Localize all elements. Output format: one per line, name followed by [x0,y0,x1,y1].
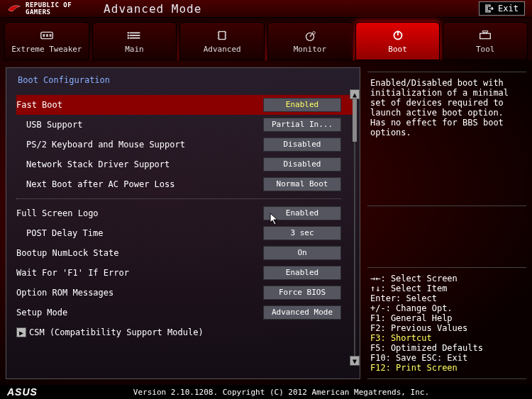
setting-row[interactable]: Wait For 'F1' If ErrorEnabled [16,263,354,283]
help-key-line: F1: General Help [370,313,523,323]
extreme-tweaker-icon [39,29,55,42]
setting-label-text: Full Screen Logo [16,208,99,218]
setting-value[interactable]: Partial In... [263,118,341,132]
setting-row[interactable]: Option ROM MessagesForce BIOS [16,283,354,303]
setting-value[interactable]: Enabled [263,206,341,220]
setting-label: ▶CSM (Compatibility Support Module) [16,327,354,337]
scroll-up-button[interactable]: ▲ [350,89,360,99]
help-key-line: F10: Save ESC: Exit [370,353,523,363]
setting-value[interactable]: Disabled [263,137,341,152]
mode-title: Advanced Mode [104,2,201,16]
tab-main[interactable]: Main [92,22,177,60]
help-key-line: +/-: Change Opt. [370,303,523,313]
asus-logo: ASUS [7,386,38,398]
scroll-down-button[interactable]: ▼ [350,356,360,366]
tab-extreme-tweaker[interactable]: Extreme Tweaker [4,22,89,60]
help-panel: Enabled/Disabled boot with initializatio… [367,67,526,379]
setting-row[interactable]: Full Screen LogoEnabled [16,203,354,223]
rog-eye-icon [7,4,21,13]
help-key-line: F2: Previous Values [370,323,523,333]
setting-label: Next Boot after AC Power Loss [16,179,259,189]
tab-label: Monitor [294,45,326,54]
setting-row[interactable]: Fast BootEnabled [16,95,354,115]
panel-title: Boot Configuration [18,75,354,85]
setting-row[interactable]: Network Stack Driver SupportDisabled [16,154,354,174]
footer: ASUS Version 2.10.1208. Copyright (C) 20… [0,385,532,399]
setting-label-text: Setup Mode [16,308,67,317]
setting-value[interactable]: Advanced Mode [263,305,341,320]
setting-value[interactable]: Enabled [263,98,341,112]
setting-label: PS/2 Keyboard and Mouse Support [16,140,259,150]
setting-row[interactable]: POST Delay Time3 sec [16,223,354,243]
svg-rect-25 [483,30,488,32]
setting-label: POST Delay Time [16,228,259,238]
tab-tool[interactable]: Tool [443,22,528,60]
svg-rect-10 [219,31,226,39]
help-key-line: →←: Select Screen [370,274,523,283]
setting-label: Bootup NumLock State [16,248,259,258]
tab-monitor[interactable]: Monitor [267,22,353,60]
setting-label: Setup Mode [16,308,259,317]
setting-label-text: PS/2 Keyboard and Mouse Support [26,140,185,150]
setting-row[interactable]: Next Boot after AC Power LossNormal Boot [16,174,354,194]
exit-button[interactable]: Exit [479,1,525,16]
tab-label: Extreme Tweaker [11,45,82,54]
main-wrap: Boot Configuration Fast BootEnabledUSB S… [0,60,532,385]
settings-panel: Boot Configuration Fast BootEnabledUSB S… [6,67,360,379]
scrollbar: ▲ ▼ [350,89,360,366]
exit-icon [485,4,494,13]
tab-bar: Extreme Tweaker Main Advanced Monitor Bo… [0,18,532,60]
svg-rect-22 [480,33,491,38]
help-key-line: F3: Shortcut [370,333,523,343]
setting-label-text: Bootup NumLock State [16,248,119,258]
setting-value[interactable]: 3 sec [263,226,341,240]
tool-icon [477,29,493,42]
svg-rect-2 [46,34,48,37]
setting-label-text: Option ROM Messages [16,288,113,298]
brand-line-2: GAMERS [26,9,72,16]
tab-advanced[interactable]: Advanced [179,22,265,60]
setting-row[interactable]: Bootup NumLock StateOn [16,243,354,263]
svg-point-8 [127,34,129,36]
advanced-icon [214,29,230,42]
top-bar: REPUBLIC OF GAMERS Advanced Mode Exit [0,0,532,18]
brand-line-1: REPUBLIC OF [26,1,72,9]
exit-label: Exit [498,4,519,13]
help-key-line: F5: Optimized Defaults [370,343,523,353]
setting-value[interactable]: Normal Boot [263,177,341,191]
rog-logo: REPUBLIC OF GAMERS [7,1,72,16]
setting-label: Option ROM Messages [16,288,259,298]
tab-label: Boot [388,45,407,54]
setting-value[interactable]: Disabled [263,157,341,172]
setting-value[interactable]: On [263,246,341,260]
help-key-line: Enter: Select [370,293,523,303]
setting-label-text: CSM (Compatibility Support Module) [29,327,204,337]
setting-label-text: Fast Boot [16,100,62,110]
help-description: Enabled/Disabled boot with initializatio… [367,72,526,206]
scroll-thumb[interactable] [353,99,357,142]
setting-label-text: POST Delay Time [26,228,103,238]
setting-value[interactable]: Force BIOS [263,286,341,300]
svg-point-19 [313,31,316,34]
setting-row[interactable]: PS/2 Keyboard and Mouse SupportDisabled [16,135,354,154]
svg-point-9 [127,37,129,39]
monitor-icon [302,29,318,42]
setting-row[interactable]: USB SupportPartial In... [16,115,354,135]
setting-row[interactable]: ▶CSM (Compatibility Support Module) [16,322,354,342]
tab-label: Main [125,45,144,54]
setting-row[interactable]: Setup ModeAdvanced Mode [16,303,354,322]
tab-label: Tool [476,45,495,54]
setting-label: Wait For 'F1' If Error [16,268,259,278]
setting-label-text: USB Support [26,120,82,130]
setting-label-text: Wait For 'F1' If Error [16,268,129,278]
setting-label: Full Screen Logo [16,208,259,218]
boot-icon [390,29,406,42]
tab-boot[interactable]: Boot [355,22,440,60]
setting-label-text: Next Boot after AC Power Loss [26,179,175,189]
submenu-arrow-icon: ▶ [16,327,26,337]
tab-label: Advanced [204,45,241,54]
setting-value[interactable]: Enabled [263,266,341,280]
svg-rect-1 [43,34,45,37]
settings-list: Fast BootEnabledUSB SupportPartial In...… [16,95,354,364]
svg-point-17 [306,33,314,40]
